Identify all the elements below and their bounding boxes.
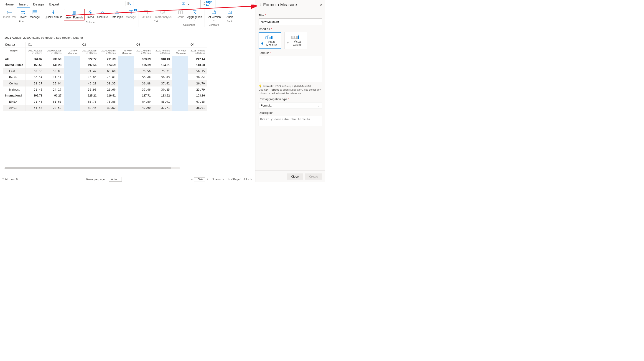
aggregation-button[interactable]: Aggregation⌄ [186,9,204,23]
column-group-label: Column [86,20,94,24]
close-button[interactable]: Close [287,174,303,180]
zoom-in-button[interactable]: + [206,178,209,181]
col-q1-new-measure[interactable]: fx New Measure [64,48,80,56]
col-q2-2021[interactable]: 2021 Actualsin Millions [80,48,99,56]
svg-rect-38 [298,36,299,39]
header-quarter: Quarter [3,42,26,48]
user-icon [203,2,205,5]
insert-row-button[interactable]: Insert Row [2,9,18,20]
description-input[interactable] [258,116,322,126]
layout-icon [127,2,131,5]
svg-rect-33 [271,36,272,39]
topbar-right: + ⌄ Sign in [125,1,134,6]
svg-rect-11 [73,11,75,14]
tab-design[interactable]: Design [31,1,46,8]
smart-analysis-icon [160,10,165,15]
col-q1-2020[interactable]: 2020 Actualsin Millions [44,48,64,56]
svg-rect-30 [266,37,267,39]
insert-as-visual-measure[interactable]: Visual Measure [258,32,281,49]
table-row[interactable]: Central28.2725.0443.2838.3536.8837.4226.… [3,80,207,86]
create-button[interactable]: Create [305,174,322,180]
simulate-button[interactable]: Simulate [96,9,109,20]
chevron-down-icon: ⌄ [318,104,320,107]
customize-group-label: Customize [183,23,195,27]
table-row[interactable]: United States158.59149.23197.56174.59195… [3,62,207,68]
header-region: Region [3,48,26,56]
audit-group-label: Audit [227,20,232,24]
signin-button[interactable]: Sign in [200,0,216,8]
header-q1[interactable]: Q1 [26,42,80,48]
table-row[interactable]: EMEA71.4361.6886.7676.8884.8085.9167.85 [3,98,207,105]
prev-page-button[interactable]: < [230,178,233,181]
table-row[interactable]: International105.7890.27125.21116.51127.… [3,93,207,98]
col-q3-2020[interactable]: 2020 Actualsin Millions [153,48,172,56]
table-row[interactable]: East68.3658.8574.4265.6070.5675.7156.15 [3,68,207,74]
col-q1-2021[interactable]: 2021 Actualsin Millions [26,48,44,56]
col-q2-new-measure[interactable]: fx New Measure [118,48,134,56]
table-row[interactable]: All264.37239.50322.77291.09323.09318.432… [3,56,207,62]
manage-columns-button[interactable]: 1Manage [124,9,137,20]
title-input[interactable] [258,18,322,25]
header-q3[interactable]: Q3 [134,42,188,48]
group-icon [178,10,183,15]
svg-point-12 [90,12,91,13]
table-row[interactable]: Midwest21.4524.1733.9026.6037.4630.8523.… [3,86,207,93]
horizontal-scrollbar[interactable] [4,167,180,169]
status-bar: Total rows: 9 Rows per page: Auto ⌄ − + … [0,176,255,182]
comment-icon-button[interactable]: + [180,1,187,6]
table-row[interactable]: Pacific40.5241.1745.9644.0450.4850.8336.… [3,74,207,80]
visual-measure-icon [265,34,275,40]
header-q4[interactable]: Q4 [188,42,207,48]
layout-icon-button[interactable] [125,1,134,6]
quick-formula-button[interactable]: Quick Formula [43,9,64,20]
formula-hint: 💡 Example: [2021 Actuals] + [2020 Actual… [258,84,322,95]
last-page-button[interactable]: >I [250,178,253,181]
formula-input[interactable] [258,56,322,82]
svg-point-29 [229,12,230,13]
badge-icon: 1 [134,9,137,12]
comment-icon: + [182,2,185,5]
panel-back-button[interactable]: 〈 [258,3,261,7]
header-q2[interactable]: Q2 [80,42,134,48]
svg-rect-0 [127,2,131,5]
tab-export[interactable]: Export [47,1,61,8]
col-q2-2020[interactable]: 2020 Actualsin Millions [99,48,118,56]
row-group-label: Row [19,20,24,24]
svg-point-14 [102,12,103,13]
cell-group-label: Cell [154,20,158,24]
insert-as-visual-column[interactable]: Visual Column [284,32,307,49]
col-q3-new-measure[interactable]: fx New Measure [172,48,188,56]
desc-field-label: Description [258,111,322,114]
manage-rows-button[interactable]: Manage [28,9,41,20]
manage-rows-icon [32,10,38,15]
blend-button[interactable]: Blend [85,9,96,20]
chevron-down-icon[interactable]: ⌄ [187,2,190,6]
table-row[interactable]: APAC34.3428.5938.4539.6242.9037.7136.01 [3,105,207,111]
audit-button[interactable]: Audit [224,9,235,20]
invert-button[interactable]: Invert [18,9,28,20]
rows-per-page-select[interactable]: Auto ⌄ [109,177,122,182]
zoom-input[interactable] [194,177,205,182]
col-q3-2021[interactable]: 2021 Actualsin Millions [134,48,153,56]
insert-formula-button[interactable]: Insert Formula [64,9,85,20]
rowagg-field-label: Row aggregation type * [258,98,322,101]
row-agg-select[interactable]: Formula⌄ [258,102,322,109]
next-page-button[interactable]: > [247,178,250,181]
tab-insert[interactable]: Insert [17,1,30,8]
panel-close-icon[interactable]: ✕ [320,3,322,6]
data-input-button[interactable]: Data Input [109,9,124,20]
data-table[interactable]: Quarter Q1 Q2 Q3 Q4 Region 2021 Actualsi… [3,42,208,111]
svg-rect-5 [8,11,12,12]
report-area: 2021 Actuals, 2020 Actuals by Region, Su… [0,34,255,176]
set-version-icon [211,10,216,15]
svg-rect-28 [228,11,232,14]
first-page-button[interactable]: I< [228,178,230,181]
panel-title: Formula Measure [263,2,320,7]
zoom-out-button[interactable]: − [190,178,193,181]
tab-home[interactable]: Home [2,1,16,8]
formula-field-label: Formula * [258,51,322,55]
svg-rect-21 [144,10,148,14]
data-input-icon [114,10,120,15]
set-version-button[interactable]: Set Version⌄ [205,9,222,23]
col-q4-2021[interactable]: 2021 Actualsin Millions [188,48,207,56]
